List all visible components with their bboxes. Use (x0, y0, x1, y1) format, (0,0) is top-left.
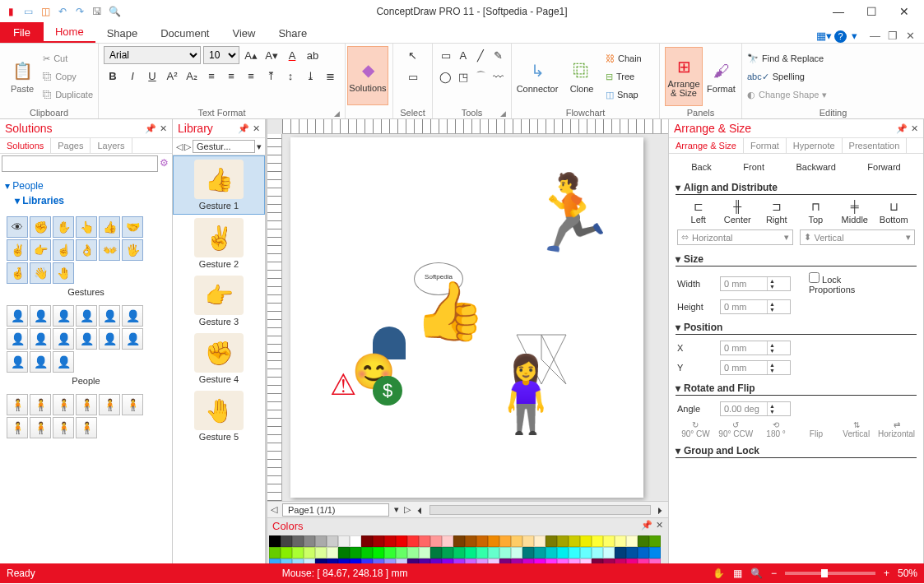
align-top[interactable]: ⊓Top (796, 200, 836, 225)
font-size-select[interactable]: 10 (203, 46, 239, 64)
color-swatch[interactable] (615, 547, 626, 559)
page-prev-icon[interactable]: ◁ (271, 504, 277, 515)
align-middle[interactable]: ╪Middle (835, 200, 875, 225)
valign-top-icon[interactable]: ⤒ (262, 67, 280, 85)
color-swatch[interactable] (269, 535, 281, 547)
subtab-presentation[interactable]: Presentation (843, 138, 908, 153)
color-swatch[interactable] (315, 547, 327, 559)
color-swatch[interactable] (592, 559, 603, 563)
color-swatch[interactable] (569, 547, 580, 559)
color-swatch[interactable] (649, 559, 661, 563)
subtab-format[interactable]: Format (744, 138, 787, 153)
rotate-cw[interactable]: ↻90° CW (676, 420, 716, 438)
subtab-pages[interactable]: Pages (51, 138, 91, 153)
color-swatch[interactable] (615, 559, 626, 563)
dollar-shape[interactable]: $ (373, 376, 402, 406)
color-swatch[interactable] (304, 535, 315, 547)
order-back[interactable]: Back (691, 162, 711, 172)
color-swatch[interactable] (580, 547, 592, 559)
color-swatch[interactable] (304, 559, 315, 563)
color-swatch[interactable] (534, 547, 546, 559)
page-selector[interactable]: Page1 (1/1) (282, 503, 389, 517)
doc-restore-icon[interactable]: ❐ (888, 30, 901, 43)
color-swatch[interactable] (557, 559, 569, 563)
pin-icon[interactable]: 📌 (238, 123, 249, 134)
color-swatch[interactable] (603, 559, 615, 563)
scroll-left-icon[interactable]: ⏴ (416, 505, 425, 515)
hscrollbar[interactable] (429, 505, 651, 515)
help-icon[interactable]: ? (834, 30, 847, 43)
qat-save-icon[interactable]: 🖫 (90, 4, 104, 19)
color-swatch[interactable] (626, 535, 638, 547)
people-group-2[interactable]: 🧍🧍🧍🧍🧍 🧍🧍🧍🧍🧍 (0, 391, 172, 442)
valign-middle-icon[interactable]: ↕ (281, 67, 299, 85)
highlight-icon[interactable]: ab (304, 46, 322, 64)
find-replace-button[interactable]: 🔭Find & Replace (747, 50, 919, 67)
color-swatch[interactable] (476, 547, 488, 559)
color-swatch[interactable] (603, 547, 615, 559)
position-section[interactable]: ▾ Position (676, 322, 917, 335)
color-swatch[interactable] (407, 547, 419, 559)
group-section[interactable]: ▾ Group and Lock (676, 445, 917, 458)
nav-back-icon[interactable]: ◁ (176, 141, 183, 152)
color-swatch[interactable] (499, 547, 511, 559)
solutions-button[interactable]: ◆ Solutions (347, 46, 388, 105)
valign-bottom-icon[interactable]: ⤓ (301, 67, 319, 85)
color-swatch[interactable] (430, 535, 442, 547)
dist-horizontal[interactable]: ⬄Horizontal▾ (677, 229, 793, 245)
tab-document[interactable]: Document (149, 24, 221, 43)
runner-shape[interactable]: 🏃 (525, 170, 617, 257)
rect-tool-icon[interactable]: ▭ (438, 46, 453, 64)
x-input[interactable] (721, 341, 767, 355)
puzzle-icon[interactable]: ⚙ (158, 155, 170, 172)
color-swatch[interactable] (638, 535, 649, 547)
color-swatch[interactable] (338, 559, 350, 563)
subtab-layers[interactable]: Layers (91, 138, 132, 153)
minimize-button[interactable]: — (822, 0, 855, 23)
color-swatch[interactable] (373, 559, 384, 563)
paste-button[interactable]: 📋Paste (5, 47, 39, 106)
tab-shape[interactable]: Shape (95, 24, 150, 43)
color-swatch[interactable] (580, 559, 592, 563)
color-swatch[interactable] (419, 547, 430, 559)
color-swatch[interactable] (649, 535, 661, 547)
color-swatch[interactable] (534, 535, 546, 547)
color-swatch[interactable] (407, 559, 419, 563)
color-swatch[interactable] (522, 559, 534, 563)
color-swatch[interactable] (269, 547, 281, 559)
tree-people[interactable]: ▾ People (5, 178, 167, 193)
connector-button[interactable]: ↳Connector (517, 47, 558, 106)
lock-proportions[interactable] (809, 272, 820, 283)
dist-vertical[interactable]: ⬍Vertical▾ (800, 229, 916, 245)
line-tool-icon[interactable]: ╱ (473, 46, 489, 64)
color-swatch[interactable] (626, 559, 638, 563)
rotate-180[interactable]: ⟲180 ° (756, 420, 796, 438)
color-swatch[interactable] (557, 547, 569, 559)
color-swatch[interactable] (499, 535, 511, 547)
pin-icon[interactable]: 📌 (641, 520, 652, 532)
thumb-shape[interactable]: 👍 (414, 277, 485, 345)
ellipse-tool-icon[interactable]: ◯ (438, 67, 453, 86)
underline-button[interactable]: U (143, 67, 161, 85)
qat-redo-icon[interactable]: ↷ (72, 4, 87, 19)
pin-icon[interactable]: 📌 (145, 123, 156, 134)
align-section[interactable]: ▾ Align and Distribute (676, 182, 917, 195)
tools-dialog-icon[interactable]: ◢ (500, 109, 506, 118)
color-swatch[interactable] (453, 535, 465, 547)
color-swatch[interactable] (488, 559, 499, 563)
color-swatch[interactable] (350, 535, 361, 547)
color-swatch[interactable] (511, 547, 522, 559)
color-swatch[interactable] (430, 547, 442, 559)
color-swatch[interactable] (269, 559, 281, 563)
bold-button[interactable]: B (104, 67, 122, 85)
tab-share[interactable]: Share (267, 24, 318, 43)
decrease-font-icon[interactable]: A▾ (262, 46, 281, 64)
flip-horizontal[interactable]: ⇄Horizontal (876, 420, 917, 438)
color-swatch[interactable] (557, 535, 569, 547)
color-swatch[interactable] (361, 547, 373, 559)
warning-shape[interactable]: ⚠ (330, 368, 356, 402)
flip-vertical[interactable]: ⇅Vertical (836, 420, 876, 438)
hand-tool-icon[interactable]: ✋ (713, 568, 725, 579)
color-swatch[interactable] (338, 535, 350, 547)
doc-close-icon[interactable]: ✕ (906, 30, 919, 43)
